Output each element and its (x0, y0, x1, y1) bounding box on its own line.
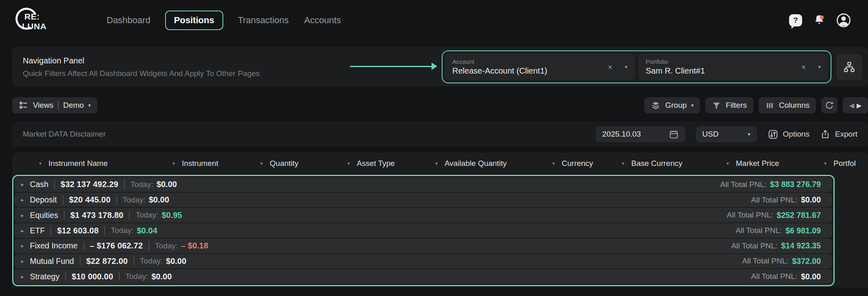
chevron-down-icon: ▾ (824, 161, 827, 166)
next-columns-icon[interactable]: ▶ (857, 102, 861, 109)
group-amount: $32 137 492.29 (61, 180, 118, 189)
views-button[interactable]: Views Demo ▾ (12, 97, 97, 113)
table-row[interactable]: ▸ ETF $12 603.08 Today: $0.04 All Total … (15, 223, 832, 238)
date-value: 2025.10.03 (602, 130, 641, 139)
today-value: $0.00 (151, 272, 172, 281)
expand-row-icon[interactable]: ▸ (21, 258, 24, 264)
tab-transactions[interactable]: Transactions (237, 11, 290, 30)
table-row[interactable]: ▸ Cash $32 137 492.29 Today: $0.00 All T… (15, 177, 832, 192)
refresh-button[interactable] (821, 97, 837, 113)
header-quantity[interactable]: ▾Quantity (260, 159, 299, 168)
account-chevron-down-icon[interactable]: ▾ (625, 64, 628, 70)
chevron-down-icon: ▾ (347, 161, 350, 166)
today-label: Today: (140, 257, 163, 266)
prev-columns-icon[interactable]: ◀ (849, 102, 854, 109)
account-clear-icon[interactable]: × (608, 63, 613, 71)
header-base-currency[interactable]: ▾Base Currency (622, 159, 683, 168)
views-current-value: Demo (63, 101, 84, 110)
table-row[interactable]: ▸ Equities $1 473 178.80 Today: $0.95 Al… (15, 208, 832, 222)
export-button[interactable]: Export (820, 129, 857, 139)
date-picker[interactable]: 2025.10.03 (596, 126, 685, 142)
group-amount: $1 473 178.80 (70, 211, 124, 220)
calendar-icon (669, 129, 679, 139)
pnl-value: $372.00 (792, 257, 821, 266)
group-button[interactable]: Group ▾ (644, 97, 700, 113)
header-portfolio[interactable]: ▾Portfol (824, 159, 856, 168)
app-logo: RE: LUNA (12, 6, 65, 35)
table-row[interactable]: ▸ Fixed Income – $176 062.72 Today: – $0… (15, 239, 832, 253)
grid-toolbar: Views Demo ▾ Group ▾ Filters (12, 97, 868, 113)
columns-button[interactable]: Columns (759, 97, 816, 113)
chevron-down-icon: ▾ (260, 161, 263, 166)
group-amount: $12 603.08 (57, 226, 98, 235)
account-select-label: Account (452, 58, 547, 65)
filters-button[interactable]: Filters (705, 97, 753, 113)
table-row[interactable]: ▸ Strategy $10 000.00 Today: $0.00 All T… (15, 269, 832, 284)
quick-filters-group: Account Release-Account (Client1) × ▾ Po… (442, 50, 831, 83)
hierarchy-sitemap-button[interactable] (836, 54, 862, 80)
group-label: Group (665, 101, 687, 110)
tab-dashboard[interactable]: Dashboard (106, 11, 151, 30)
pnl-value: $0.00 (801, 195, 821, 205)
pnl-value: $6 981.09 (785, 226, 821, 235)
group-name: Mutual Fund (30, 257, 74, 266)
expand-row-icon[interactable]: ▸ (21, 197, 24, 203)
today-value: $0.00 (149, 195, 169, 205)
portfolio-select[interactable]: Portfolio Sam R. Client#1 × ▾ (639, 54, 829, 80)
today-value: $0.00 (157, 180, 177, 189)
refresh-icon (824, 100, 834, 110)
header-instrument[interactable]: ▾Instrument (172, 159, 218, 168)
chevron-down-icon: ▾ (39, 161, 41, 166)
expand-row-icon[interactable]: ▸ (21, 212, 24, 218)
tab-accounts[interactable]: Accounts (303, 11, 342, 30)
funnel-icon (712, 101, 721, 110)
columns-icon (765, 101, 774, 110)
options-label: Options (783, 130, 809, 139)
expand-row-icon[interactable]: ▸ (21, 181, 24, 187)
header-available-quantity[interactable]: ▾Available Quantity (435, 159, 507, 168)
notifications-bell-icon[interactable] (812, 13, 826, 27)
help-icon[interactable]: ? (789, 14, 802, 26)
portfolio-select-label: Portfolio (646, 58, 705, 65)
header-currency[interactable]: ▾Currency (552, 159, 593, 168)
expand-row-icon[interactable]: ▸ (21, 228, 24, 234)
market-data-disclaimer[interactable]: Market DATA Disclaimer (23, 130, 106, 139)
expand-row-icon[interactable]: ▸ (21, 243, 24, 249)
views-label: Views (33, 101, 53, 110)
panel-title: Navigation Panel (23, 56, 260, 65)
group-name: Strategy (30, 272, 60, 281)
today-label: Today: (111, 226, 133, 235)
options-button[interactable]: Options (768, 129, 809, 140)
currency-select[interactable]: USD ▾ (696, 126, 757, 142)
navigation-panel-text: Navigation Panel Quick Filters Affect Al… (23, 56, 260, 78)
column-pager-button[interactable]: ◀ ▶ (843, 97, 868, 113)
group-amount: – $176 062.72 (90, 241, 143, 250)
table-row[interactable]: ▸ Mutual Fund $22 872.00 Today: $0.00 Al… (15, 254, 832, 269)
expand-row-icon[interactable]: ▸ (21, 274, 24, 280)
today-value: $0.95 (161, 211, 182, 220)
portfolio-select-value: Sam R. Client#1 (646, 66, 705, 76)
account-select[interactable]: Account Release-Account (Client1) × ▾ (445, 54, 635, 80)
user-avatar-icon[interactable] (836, 13, 851, 28)
pnl-label: All Total PNL: (751, 196, 797, 205)
chevron-down-icon: ▾ (726, 161, 729, 166)
portfolio-chevron-down-icon[interactable]: ▾ (818, 64, 821, 70)
logo-text-bottom: LUNA (22, 22, 46, 31)
header-instrument-name[interactable]: ▾Instrument Name (39, 159, 108, 168)
group-amount: $20 445.00 (69, 195, 111, 205)
group-amount: $10 000.00 (72, 272, 113, 281)
tab-positions[interactable]: Positions (165, 11, 223, 30)
pnl-label: All Total PNL: (731, 242, 778, 250)
table-row[interactable]: ▸ Deposit $20 445.00 Today: $0.00 All To… (15, 193, 832, 207)
layers-icon (651, 100, 661, 110)
topbar-icons: ? (789, 13, 851, 28)
group-name: ETF (30, 226, 45, 235)
portfolio-clear-icon[interactable]: × (801, 63, 806, 71)
header-market-price[interactable]: ▾Market Price (726, 159, 779, 168)
navigation-panel: Navigation Panel Quick Filters Affect Al… (12, 47, 868, 87)
logo-text-top: RE: (24, 12, 40, 22)
chevron-down-icon: ▾ (172, 161, 175, 166)
panel-subtitle: Quick Filters Affect All Dashboard Widge… (23, 69, 260, 78)
header-asset-type[interactable]: ▾Asset Type (347, 159, 395, 168)
today-label: Today: (135, 211, 158, 220)
